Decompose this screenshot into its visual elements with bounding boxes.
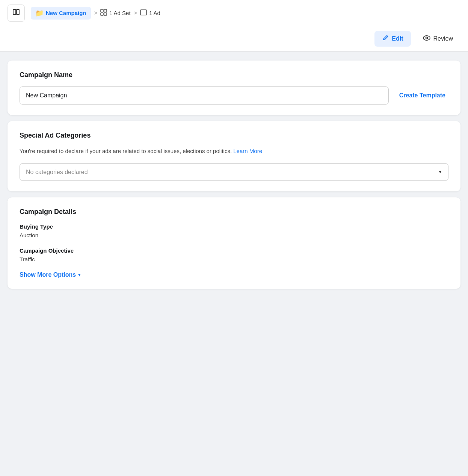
create-template-button[interactable]: Create Template (396, 92, 448, 99)
categories-select[interactable]: No categories declared Credit Employment… (20, 163, 448, 181)
breadcrumb-ad-label: 1 Ad (149, 10, 160, 16)
edit-icon (382, 35, 389, 43)
svg-rect-3 (104, 9, 107, 12)
main-content: Campaign Name Create Template Special Ad… (0, 52, 468, 298)
buying-type-value: Auction (20, 232, 448, 238)
campaign-details-card: Campaign Details Buying Type Auction Cam… (8, 197, 460, 289)
edit-label: Edit (392, 35, 403, 42)
categories-select-wrapper: No categories declared Credit Employment… (20, 163, 448, 181)
campaign-name-row: Create Template (20, 86, 448, 105)
show-more-arrow-icon: ▾ (78, 272, 80, 277)
special-ad-title: Special Ad Categories (20, 132, 448, 139)
special-ad-description: You're required to declare if your ads a… (20, 147, 448, 156)
svg-rect-6 (140, 10, 146, 15)
special-ad-categories-card: Special Ad Categories You're required to… (8, 121, 460, 191)
breadcrumb-ad[interactable]: 1 Ad (140, 9, 160, 17)
campaign-name-card: Campaign Name Create Template (8, 61, 460, 115)
campaign-objective-value: Traffic (20, 256, 448, 262)
breadcrumb-separator-2: > (134, 10, 137, 17)
breadcrumb: 📁 New Campaign > 1 Ad Set > 1 Ad (31, 7, 460, 20)
svg-rect-1 (17, 9, 19, 15)
edit-button[interactable]: Edit (374, 31, 411, 47)
sidebar-toggle-button[interactable] (8, 5, 25, 22)
top-bar: 📁 New Campaign > 1 Ad Set > 1 Ad (0, 0, 468, 26)
buying-type-group: Buying Type Auction (20, 223, 448, 238)
review-icon (423, 35, 430, 43)
create-template-label: Create Template (399, 92, 445, 99)
adset-icon (100, 9, 107, 17)
ad-icon (140, 9, 147, 17)
campaign-name-input[interactable] (20, 86, 389, 105)
show-more-label: Show More Options (20, 271, 76, 278)
campaign-objective-group: Campaign Objective Traffic (20, 247, 448, 262)
review-button[interactable]: Review (415, 31, 460, 47)
show-more-options-button[interactable]: Show More Options ▾ (20, 271, 80, 278)
svg-rect-5 (104, 13, 107, 15)
campaign-name-title: Campaign Name (20, 71, 448, 79)
breadcrumb-campaign[interactable]: 📁 New Campaign (31, 7, 91, 20)
buying-type-label: Buying Type (20, 223, 448, 230)
review-label: Review (433, 35, 453, 42)
breadcrumb-adset[interactable]: 1 Ad Set (100, 9, 131, 17)
campaign-objective-label: Campaign Objective (20, 247, 448, 254)
breadcrumb-campaign-label: New Campaign (46, 10, 86, 16)
sidebar-toggle-icon (12, 8, 20, 18)
svg-point-8 (426, 37, 427, 39)
svg-point-7 (423, 36, 430, 40)
learn-more-link[interactable]: Learn More (233, 148, 262, 154)
campaign-details-title: Campaign Details (20, 208, 448, 216)
breadcrumb-separator-1: > (94, 10, 97, 17)
svg-rect-4 (101, 13, 103, 15)
svg-rect-0 (13, 9, 16, 15)
folder-icon: 📁 (35, 9, 44, 17)
svg-rect-2 (101, 9, 103, 12)
breadcrumb-adset-label: 1 Ad Set (109, 10, 131, 16)
action-bar: Edit Review (0, 26, 468, 52)
